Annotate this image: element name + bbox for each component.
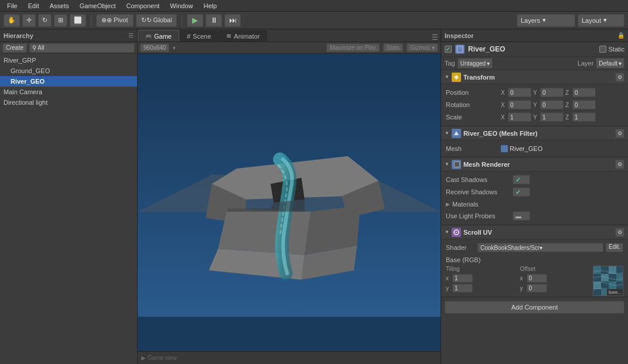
pivot-button[interactable]: ⊕ ⊕ Pivot: [96, 14, 134, 27]
menu-file[interactable]: File: [2, 2, 22, 10]
hierarchy-item-river-grp[interactable]: River_GRP: [0, 55, 137, 66]
offset-column: Offset x y: [520, 266, 590, 293]
add-component-button[interactable]: Add Component: [445, 301, 624, 314]
select-texture-button[interactable]: Sele...: [607, 289, 623, 296]
mesh-filter-component: ▼ River_GEO (Mesh Filter) ⚙ Mesh River_G…: [441, 126, 628, 157]
mesh-renderer-check[interactable]: [454, 162, 460, 167]
scale-y-field: Y: [533, 112, 564, 122]
hierarchy-create-button[interactable]: Create: [2, 43, 27, 53]
position-y-input[interactable]: [540, 88, 564, 97]
scale-y-input[interactable]: [540, 112, 564, 122]
tag-arrow: ▾: [487, 60, 490, 67]
hand-tool-button[interactable]: ✋: [4, 14, 20, 27]
receive-shadows-dropdown[interactable]: ✓: [513, 187, 530, 197]
hierarchy-list: River_GRP Ground_GEO River_GEO Main Came…: [0, 54, 137, 364]
active-toggle-checkbox[interactable]: ✓: [445, 46, 452, 53]
transform-settings-icon[interactable]: ⚙: [615, 73, 624, 82]
hierarchy-item-main-camera[interactable]: Main Camera: [0, 87, 137, 97]
scroll-uv-header[interactable]: ▼ Scroll UV ⚙: [441, 225, 628, 239]
tab-scene[interactable]: # Scene: [179, 30, 219, 42]
scale-x-input[interactable]: [508, 112, 531, 122]
menu-window[interactable]: Window: [165, 2, 197, 10]
tab-menu-icon[interactable]: ☰: [432, 33, 438, 42]
rotation-y-input[interactable]: [540, 100, 564, 109]
layers-dropdown[interactable]: Layers ▾: [517, 14, 575, 27]
menu-component[interactable]: Component: [121, 2, 164, 10]
toolbar: ✋ ✛ ↻ ⊞ ⬜ ⊕ ⊕ Pivot ↻ ↻ Global ▶ ⏸ ⏭ Lay…: [0, 12, 628, 29]
scroll-uv-collapse-arrow: ▼: [445, 229, 449, 235]
menu-edit[interactable]: Edit: [23, 2, 44, 10]
mesh-renderer-header[interactable]: ▼ Mesh Renderer ⚙: [441, 157, 628, 171]
use-light-probes-dropdown[interactable]: ▬: [513, 211, 530, 221]
static-checkbox[interactable]: [599, 46, 606, 53]
gizmos-button[interactable]: Gizmos ▾: [407, 43, 438, 52]
scale-x-label: X: [501, 114, 507, 121]
tiling-x-input[interactable]: [452, 274, 473, 283]
inspector-header: Inspector 🔒: [441, 29, 628, 42]
menu-assets[interactable]: Assets: [45, 2, 74, 10]
rotation-z-input[interactable]: [572, 100, 596, 109]
inspector-lock-icon[interactable]: 🔒: [617, 32, 624, 39]
tiling-x-row: x: [446, 273, 516, 283]
offset-y-input[interactable]: [527, 284, 547, 293]
maximize-on-play-button[interactable]: Maximize on Play: [326, 43, 379, 52]
layers-label: Layers: [521, 17, 540, 24]
rect-tool-button[interactable]: ⬜: [70, 14, 86, 27]
materials-expand-arrow[interactable]: ▶: [446, 201, 450, 207]
rotation-z-field: Z: [565, 100, 596, 109]
layer-dropdown[interactable]: Default ▾: [596, 58, 624, 68]
texture-thumbnail[interactable]: Sele...: [593, 266, 623, 296]
tag-dropdown[interactable]: Untagged ▾: [458, 58, 493, 68]
scroll-uv-name: Scroll UV: [463, 229, 613, 236]
transform-name: Transform: [463, 74, 613, 81]
scale-tool-button[interactable]: ⊞: [54, 14, 67, 27]
hierarchy-search-input[interactable]: [29, 43, 135, 53]
play-button[interactable]: ▶: [187, 14, 203, 27]
mesh-filter-header[interactable]: ▼ River_GEO (Mesh Filter) ⚙: [441, 126, 628, 140]
scale-x-field: X: [501, 112, 531, 122]
position-z-input[interactable]: [572, 88, 596, 97]
mesh-renderer-body: Cast Shadows ✓ Receive Shadows ✓ ▶ Mater…: [441, 171, 628, 225]
cast-shadows-dropdown[interactable]: ✓: [513, 175, 530, 184]
base-rgb-label: Base (RGB): [446, 256, 480, 263]
position-x-input[interactable]: [508, 88, 531, 97]
resolution-dropdown[interactable]: 960x640: [140, 43, 169, 52]
mesh-filter-settings-icon[interactable]: ⚙: [615, 129, 624, 138]
step-button[interactable]: ⏭: [224, 14, 241, 27]
receive-shadows-label: Receive Shadows: [446, 188, 510, 195]
rotate-tool-button[interactable]: ↻: [38, 14, 52, 27]
scroll-uv-settings-icon[interactable]: ⚙: [615, 228, 624, 237]
shader-value-dropdown[interactable]: CookBookShaders/Scr▾: [477, 243, 603, 252]
hierarchy-item-directional-light[interactable]: Directional light: [0, 97, 137, 108]
menu-gameobject[interactable]: GameObject: [75, 2, 121, 10]
layout-dropdown[interactable]: Layout ▾: [578, 14, 624, 27]
tab-animator[interactable]: ≋ Animator: [219, 30, 267, 42]
hierarchy-item-river-geo[interactable]: River_GEO: [0, 76, 137, 87]
rotation-x-input[interactable]: [508, 100, 531, 109]
hierarchy-menu-icon[interactable]: ☰: [128, 32, 134, 39]
tab-game[interactable]: 🎮 Game: [138, 30, 179, 42]
add-component-label: Add Component: [511, 304, 558, 311]
mesh-filter-collapse-arrow: ▼: [445, 131, 449, 136]
cast-shadows-row: Cast Shadows ✓: [446, 174, 623, 186]
transform-header[interactable]: ▼ Transform ⚙: [441, 70, 628, 84]
move-tool-button[interactable]: ✛: [22, 14, 36, 27]
scale-z-input[interactable]: [572, 112, 596, 122]
scene-tab-icon: #: [187, 33, 190, 40]
mesh-label: Mesh: [446, 145, 499, 152]
global-button[interactable]: ↻ ↻ Global: [136, 14, 178, 27]
menu-help[interactable]: Help: [199, 2, 221, 10]
stats-button[interactable]: Stats: [383, 43, 404, 52]
mesh-renderer-buttons: ⚙: [615, 160, 624, 169]
offset-y-label: y: [520, 285, 525, 291]
tiling-y-input[interactable]: [452, 284, 473, 293]
shader-edit-button[interactable]: Edit.: [606, 243, 623, 252]
hierarchy-item-ground-geo[interactable]: Ground_GEO: [0, 66, 137, 76]
use-light-probes-label: Use Light Probes: [446, 212, 510, 219]
mesh-renderer-settings-icon[interactable]: ⚙: [615, 160, 624, 169]
pause-button[interactable]: ⏸: [206, 14, 222, 27]
offset-x-input[interactable]: [527, 274, 547, 283]
scroll-uv-buttons: ⚙: [615, 228, 624, 237]
game-view: [138, 54, 441, 351]
svg-marker-14: [454, 131, 459, 135]
